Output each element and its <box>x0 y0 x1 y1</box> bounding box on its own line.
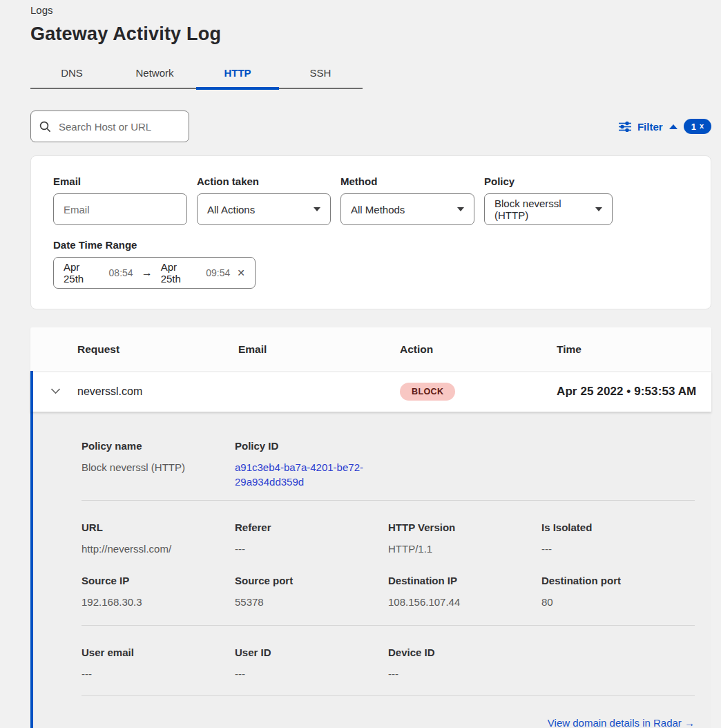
filter-field-date-range: Date Time Range Apr 25th 08:54 → Apr 25t… <box>53 239 689 289</box>
email-filter-label: Email <box>53 175 187 187</box>
referer-label: Referer <box>235 521 388 533</box>
view-radar-link[interactable]: View domain details in Radar → <box>548 717 695 728</box>
arrow-right-icon: → <box>684 717 695 728</box>
search-input[interactable] <box>59 121 196 133</box>
search-box[interactable] <box>30 111 189 142</box>
col-header-request: Request <box>77 343 238 356</box>
detail-network-section: Source IP 192.168.30.3 Source port 55378… <box>81 556 695 609</box>
col-header-time: Time <box>557 343 711 356</box>
policy-id-label: Policy ID <box>235 440 388 452</box>
chevron-down-icon[interactable] <box>33 388 77 394</box>
detail-policy-section: Policy name Block neverssl (HTTP) Policy… <box>81 440 695 489</box>
caret-up-icon <box>669 124 677 129</box>
destination-ip-label: Destination IP <box>388 575 541 586</box>
filter-toggle-label[interactable]: Filter <box>637 121 663 133</box>
policy-select[interactable]: Block neverssl (HTTP) <box>484 193 613 225</box>
start-time[interactable]: 08:54 <box>109 267 133 278</box>
caret-down-icon <box>457 207 464 211</box>
user-email-value: --- <box>81 667 235 681</box>
policy-label: Policy <box>484 175 613 187</box>
table-row[interactable]: neverssl.com BLOCK Apr 25 2022 • 9:53:53… <box>30 371 711 412</box>
tab-bar: DNS Network HTTP SSH <box>30 59 363 89</box>
device-id-label: Device ID <box>388 646 541 658</box>
user-id-value: --- <box>235 667 388 681</box>
filter-field-policy: Policy Block neverssl (HTTP) <box>484 175 613 225</box>
search-icon <box>39 121 51 133</box>
row-detail-panel: Policy name Block neverssl (HTTP) Policy… <box>30 412 711 728</box>
log-table: Request Email Action Time neverssl.com B… <box>30 327 711 728</box>
detail-http-section: URL http://neverssl.com/ Referer --- HTT… <box>81 501 695 556</box>
page-header: Logs Gateway Activity Log <box>0 0 721 45</box>
referer-value: --- <box>235 542 388 556</box>
caret-down-icon <box>314 207 320 211</box>
date-range-label: Date Time Range <box>53 239 689 251</box>
action-taken-label: Action taken <box>197 175 331 187</box>
row-time: Apr 25 2022 • 9:53:53 AM <box>557 385 711 399</box>
page-title: Gateway Activity Log <box>30 23 721 45</box>
destination-port-label: Destination port <box>541 575 695 586</box>
start-date[interactable]: Apr 25th <box>64 261 102 285</box>
arrow-right-icon: → <box>140 267 154 279</box>
row-request: neverssl.com <box>77 385 238 398</box>
tab-network[interactable]: Network <box>113 59 196 88</box>
destination-port-value: 80 <box>541 595 695 609</box>
tab-dns[interactable]: DNS <box>30 59 113 88</box>
filter-panel: Email Action taken All Actions Method Al… <box>30 155 711 309</box>
user-email-label: User email <box>81 646 235 658</box>
radar-link-row: View domain details in Radar → <box>81 696 695 728</box>
url-label: URL <box>81 521 235 533</box>
tab-http[interactable]: HTTP <box>196 59 279 88</box>
is-isolated-label: Is Isolated <box>541 521 695 533</box>
toolbar: Filter 1 x <box>30 111 711 142</box>
device-id-value: --- <box>388 667 541 681</box>
email-filter-input[interactable] <box>64 204 177 215</box>
policy-name-label: Policy name <box>81 440 235 452</box>
date-range-picker[interactable]: Apr 25th 08:54 → Apr 25th 09:54 ✕ <box>53 257 256 289</box>
filter-count: 1 <box>691 122 696 132</box>
url-value: http://neverssl.com/ <box>81 542 235 556</box>
filter-sliders-icon <box>619 122 631 132</box>
action-taken-value: All Actions <box>207 204 255 215</box>
policy-name-value: Block neverssl (HTTP) <box>81 460 235 475</box>
destination-ip-value: 108.156.107.44 <box>388 595 541 609</box>
tab-ssh[interactable]: SSH <box>279 59 362 88</box>
end-time[interactable]: 09:54 <box>206 267 230 278</box>
action-taken-select[interactable]: All Actions <box>197 193 331 225</box>
source-ip-value: 192.168.30.3 <box>81 595 235 609</box>
clear-filters-x[interactable]: x <box>700 122 704 130</box>
http-version-value: HTTP/1.1 <box>388 542 541 556</box>
status-badge-block: BLOCK <box>400 383 455 401</box>
is-isolated-value: --- <box>541 542 695 556</box>
breadcrumb[interactable]: Logs <box>30 3 721 17</box>
source-ip-label: Source IP <box>81 575 235 586</box>
detail-user-section: User email --- User ID --- Device ID --- <box>81 626 695 681</box>
http-version-label: HTTP Version <box>388 521 541 533</box>
method-value: All Methods <box>351 204 405 215</box>
col-header-action: Action <box>400 343 557 356</box>
policy-id-link[interactable]: a91c3eb4-ba7a-4201-be72-29a934dd359d <box>235 460 363 489</box>
policy-value: Block neverssl (HTTP) <box>494 198 595 221</box>
col-header-email: Email <box>238 343 400 356</box>
source-port-value: 55378 <box>235 595 388 609</box>
end-date[interactable]: Apr 25th <box>161 261 200 285</box>
source-port-label: Source port <box>235 575 388 586</box>
filter-controls[interactable]: Filter 1 x <box>619 119 711 134</box>
clear-date-range-icon[interactable]: ✕ <box>237 267 245 278</box>
method-select[interactable]: All Methods <box>340 193 474 225</box>
filter-count-badge[interactable]: 1 x <box>684 119 711 134</box>
table-header-row: Request Email Action Time <box>30 327 711 371</box>
user-id-label: User ID <box>235 646 388 658</box>
caret-down-icon <box>595 207 602 211</box>
filter-field-method: Method All Methods <box>340 175 474 225</box>
filter-field-email: Email <box>53 175 187 225</box>
method-label: Method <box>340 175 474 187</box>
filter-field-action: Action taken All Actions <box>197 175 331 225</box>
